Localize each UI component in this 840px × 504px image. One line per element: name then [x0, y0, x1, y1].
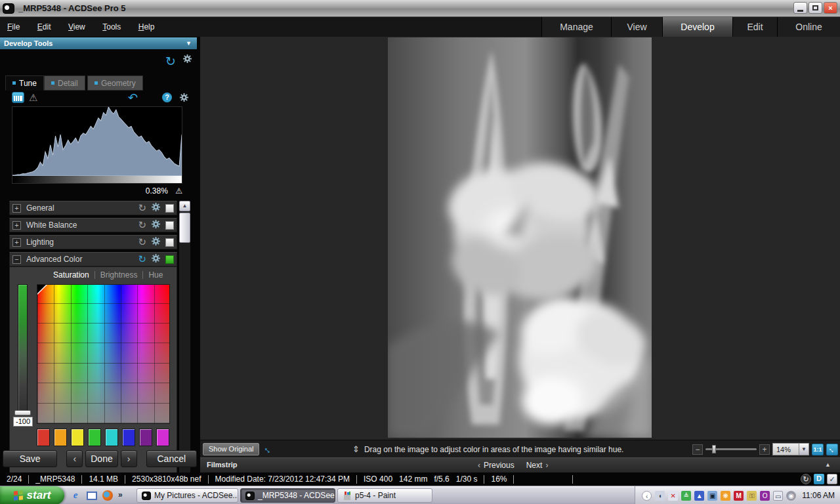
panel-scrollbar[interactable]: ▲ ▼ [179, 201, 190, 483]
menu-file[interactable]: File [0, 17, 27, 36]
undo-icon[interactable]: ↶ [128, 91, 138, 105]
color-swatch[interactable] [122, 429, 135, 446]
zoom-out-button[interactable]: − [692, 444, 703, 455]
tab-online[interactable]: Online [777, 17, 840, 37]
hue-saturation-grid[interactable] [37, 284, 170, 424]
saturation-slider-handle[interactable] [14, 410, 31, 415]
fit-image-button[interactable]: ↔ [826, 444, 838, 455]
histogram-toggle-icon[interactable] [12, 92, 24, 103]
section-general[interactable]: + General ↻ [9, 201, 177, 215]
menu-tools[interactable]: Tools [95, 17, 128, 36]
settings-gear-icon[interactable] [182, 54, 192, 64]
section-enabled-checkbox[interactable] [165, 221, 174, 230]
tab-geometry[interactable]: Geometry [87, 75, 143, 91]
reset-section-icon[interactable]: ↻ [138, 220, 146, 230]
photo-canvas[interactable] [388, 37, 652, 438]
section-enabled-checkbox[interactable] [165, 255, 174, 264]
start-button[interactable]: start [0, 486, 64, 504]
tab-develop[interactable]: Develop [662, 17, 732, 37]
updates-icon[interactable]: ❋ [721, 491, 730, 501]
title-bar[interactable]: _MRP5348 - ACDSee Pro 5 × [0, 0, 840, 17]
done-button[interactable]: Done [85, 450, 118, 467]
network-error-icon[interactable]: ✕ [668, 491, 678, 501]
compare-arrows-icon[interactable]: ↔ [262, 442, 277, 457]
tab-edit[interactable]: Edit [732, 17, 777, 37]
cd-icon[interactable]: ◉ [786, 491, 796, 501]
actual-size-button[interactable]: 1:1 [812, 444, 824, 455]
filmstrip-previous[interactable]: ‹ Previous [478, 461, 514, 470]
color-swatch[interactable] [88, 429, 101, 446]
status-checkbox-icon[interactable]: ✓ [827, 474, 837, 484]
cancel-button[interactable]: Cancel [146, 450, 197, 467]
firefox-icon[interactable] [102, 490, 113, 501]
section-lighting[interactable]: + Lighting ↻ [9, 235, 177, 249]
taskbar-item-my-pictures[interactable]: My Pictures - ACDSee... [136, 488, 238, 503]
tab-view[interactable]: View [611, 17, 662, 37]
exposure-warning-icon[interactable]: ⚠ [29, 92, 37, 104]
keys-icon[interactable]: ⚿ [747, 491, 757, 501]
expand-icon[interactable]: + [12, 238, 21, 247]
restore-button[interactable] [808, 2, 822, 14]
section-gear-icon[interactable] [151, 202, 161, 212]
expand-icon[interactable]: + [12, 221, 21, 230]
scroll-up-icon[interactable]: ▲ [179, 201, 190, 211]
quick-launch-overflow-icon[interactable]: » [118, 490, 123, 499]
show-original-button[interactable]: Show Original [203, 443, 259, 455]
saturation-slider-track[interactable] [18, 284, 28, 413]
zoom-slider-thumb[interactable] [712, 445, 716, 453]
zoom-in-button[interactable]: + [759, 444, 770, 455]
chevron-down-icon[interactable]: ▼ [186, 37, 192, 49]
close-button[interactable]: × [824, 2, 837, 14]
taskbar-item-paint[interactable]: p5-4 - Paint [337, 488, 432, 503]
color-swatch[interactable] [71, 429, 84, 446]
reset-sync-icon[interactable]: ↻ [165, 54, 176, 69]
reset-section-icon[interactable]: ↻ [138, 238, 146, 247]
chevron-down-icon[interactable]: ▼ [799, 444, 808, 455]
zoom-slider[interactable] [705, 448, 757, 450]
filmstrip-collapse-icon[interactable]: ▲ [825, 461, 831, 468]
taskbar-item-mrp5348[interactable]: _MRP5348 - ACDSee ... [240, 488, 335, 503]
tab-saturation[interactable]: Saturation [48, 269, 94, 281]
develop-tools-header[interactable]: Develop Tools ▼ [0, 37, 197, 49]
show-desktop-icon[interactable] [87, 492, 97, 500]
menu-help[interactable]: Help [131, 17, 162, 36]
section-gear-icon[interactable] [151, 253, 161, 263]
safely-remove-icon[interactable]: ≜ [681, 491, 691, 501]
section-enabled-checkbox[interactable] [165, 204, 174, 213]
tab-hue[interactable]: Hue [143, 269, 168, 281]
reset-section-icon[interactable]: ↻ [138, 203, 146, 213]
section-white-balance[interactable]: + White Balance ↻ [9, 218, 177, 232]
app-o-icon[interactable]: O [760, 491, 770, 501]
color-swatch[interactable] [37, 429, 50, 446]
zoom-level-select[interactable]: 14% ▼ [772, 443, 809, 455]
minimize-button[interactable] [793, 2, 807, 14]
section-gear-icon[interactable] [151, 236, 161, 246]
tab-detail[interactable]: Detail [44, 75, 85, 91]
help-icon[interactable]: ? [162, 93, 172, 102]
tune-gear-icon[interactable] [179, 93, 189, 102]
volume-icon[interactable]: ◖ [655, 491, 665, 501]
color-swatch[interactable] [139, 429, 152, 446]
collapse-icon[interactable]: − [12, 255, 21, 264]
section-advanced-color[interactable]: − Advanced Color ↻ [9, 252, 177, 266]
tab-brightness[interactable]: Brightness [95, 269, 143, 281]
scrollbar-thumb[interactable] [179, 213, 190, 243]
color-swatch[interactable] [105, 429, 118, 446]
mcafee-icon[interactable]: M [734, 491, 744, 501]
filmstrip-next[interactable]: Next › [526, 461, 549, 470]
status-sync-icon[interactable]: ↻ [801, 474, 811, 484]
tray-collapse-icon[interactable]: ‹ [642, 491, 652, 501]
menu-view[interactable]: View [61, 17, 93, 36]
previous-image-button[interactable]: ‹ [66, 450, 83, 467]
tab-tune[interactable]: Tune [5, 75, 44, 91]
color-swatch[interactable] [156, 429, 169, 446]
display-settings-icon[interactable]: ▣ [707, 491, 717, 501]
monitor-icon[interactable]: ▭ [773, 491, 783, 501]
expand-icon[interactable]: + [12, 204, 21, 213]
menu-edit[interactable]: Edit [30, 17, 58, 36]
clip-warning-icon[interactable]: ⚠ [175, 186, 182, 196]
section-enabled-checkbox[interactable] [165, 238, 174, 247]
reset-section-icon[interactable]: ↻ [138, 255, 146, 264]
vpn-icon[interactable]: ▲ [694, 491, 704, 501]
tab-manage[interactable]: Manage [541, 17, 611, 37]
